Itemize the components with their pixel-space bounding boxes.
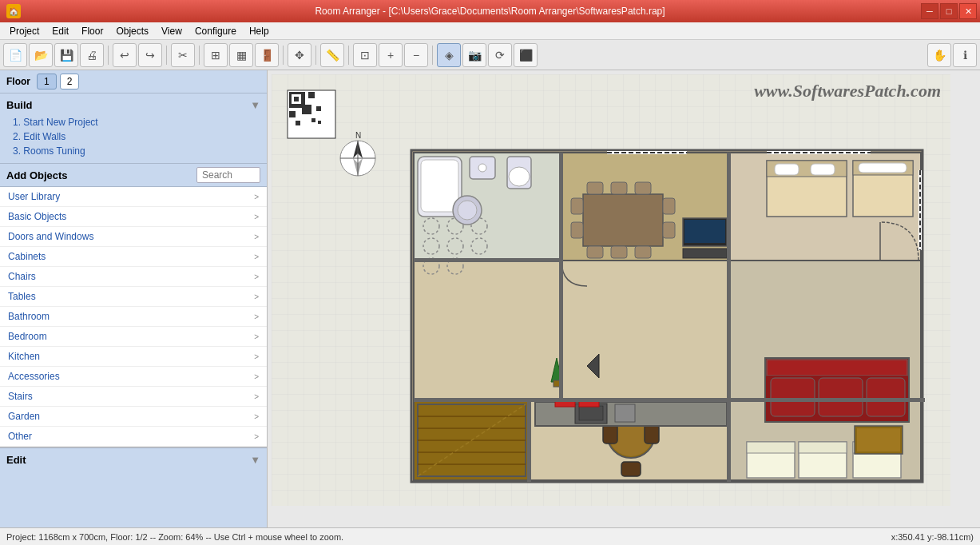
svg-rect-8 [296,121,300,125]
menu-item-help[interactable]: Help [243,24,276,38]
redo-tool-button[interactable]: ↪ [138,43,162,67]
object-list-item[interactable]: Chairs> [0,267,267,287]
svg-rect-5 [289,111,296,117]
svg-rect-69 [771,378,815,416]
object-item-arrow: > [254,392,259,401]
object-list-item[interactable]: Kitchen> [0,347,267,367]
object-item-label: Accessories [8,371,60,382]
object-list-item[interactable]: Garden> [0,407,267,427]
search-input[interactable] [196,167,260,183]
svg-rect-70 [819,378,863,416]
menu-item-objects[interactable]: Objects [109,24,155,38]
minimize-button[interactable]: ─ [921,3,938,19]
door-tool-button[interactable]: 🚪 [255,43,279,67]
title-bar: 🏠 Room Arranger - [C:\Users\Grace\Docume… [0,0,980,22]
menu-item-view[interactable]: View [155,24,188,38]
build-header: Build ▼ [6,97,260,113]
object-list-item[interactable]: Bathroom> [0,307,267,327]
object-item-arrow: > [254,272,259,281]
svg-rect-104 [414,258,561,262]
move-tool-button[interactable]: ✥ [288,43,311,67]
grid-tool-button[interactable]: ⊞ [204,43,228,67]
menu-item-edit[interactable]: Edit [46,24,75,38]
object-item-label: Basic Objects [8,211,66,222]
zoom-fit-tool-button[interactable]: ⊡ [353,43,377,67]
svg-point-33 [509,167,530,186]
restore-button[interactable]: □ [940,3,958,19]
object-item-label: Other [8,431,32,442]
object-list-item[interactable]: Tables> [0,287,267,307]
camera-tool-button[interactable]: 📷 [462,43,486,67]
object-item-arrow: > [254,233,259,241]
svg-rect-12 [294,97,299,101]
menu-item-project[interactable]: Project [3,24,46,38]
object-list-item[interactable]: User Library> [0,187,267,207]
floor-tab-2[interactable]: 2 [60,74,80,90]
menu-item-floor[interactable]: Floor [75,24,109,38]
undo-tool-button[interactable]: ↩ [113,43,137,67]
build-step-link[interactable]: 1. Start New Project [10,115,257,129]
svg-rect-75 [799,442,847,453]
build-step-link[interactable]: 2. Edit Walls [10,129,257,144]
svg-rect-67 [767,360,907,376]
3d-view-tool-button[interactable]: ◈ [437,43,461,67]
svg-rect-88 [579,406,603,420]
canvas-area[interactable]: N [268,70,980,527]
texture-tool-button[interactable]: ⬛ [514,43,538,67]
svg-rect-106 [727,153,731,265]
window-controls: ─ □ ✕ [921,3,977,19]
new-tool-button[interactable]: 📄 [3,43,27,67]
object-list-item[interactable]: Other> [0,427,267,447]
svg-rect-60 [775,164,799,175]
svg-rect-51 [571,198,583,214]
zoom-out-tool-button[interactable]: − [404,43,428,67]
object-item-arrow: > [254,332,259,341]
object-item-label: Kitchen [8,351,40,362]
floor-label: Floor [6,76,30,87]
app-icon: 🏠 [6,4,21,18]
object-list-item[interactable]: Accessories> [0,367,267,387]
rotate-tool-button[interactable]: ⟳ [488,43,512,67]
object-item-label: Garden [8,411,40,422]
toolbar-separator [348,46,349,65]
object-list-item[interactable]: Doors and Windows> [0,227,267,247]
info-tool-button[interactable]: ℹ [953,43,977,67]
svg-rect-48 [587,246,603,258]
svg-rect-54 [663,222,675,238]
object-item-label: Chairs [8,271,36,282]
toolbar-separator [108,46,109,65]
add-objects-header: Add Objects [0,164,267,187]
svg-rect-108 [414,398,925,402]
floor-tab-1[interactable]: 1 [37,74,57,90]
svg-rect-47 [635,182,651,194]
print-tool-button[interactable]: 🖨 [80,43,104,67]
edit-header: Edit ▼ [6,452,260,468]
add-objects-section: Add Objects User Library>Basic Objects>D… [0,164,267,448]
save-tool-button[interactable]: 💾 [54,43,78,67]
edit-section: Edit ▼ [0,448,267,527]
object-item-label: Stairs [8,391,33,402]
floor-plan: N [272,74,950,506]
open-tool-button[interactable]: 📂 [29,43,53,67]
canvas-scroll[interactable]: N [268,70,980,527]
object-list-item[interactable]: Additional Libraries... [0,447,267,448]
hand-tool-button[interactable]: ✋ [927,43,951,67]
object-list-item[interactable]: Bedroom> [0,327,267,347]
object-item-label: User Library [8,191,60,202]
svg-rect-85 [645,424,659,444]
object-list-item[interactable]: Stairs> [0,387,267,407]
cut-tool-button[interactable]: ✂ [171,43,195,67]
object-item-label: Cabinets [8,251,46,262]
menu-item-configure[interactable]: Configure [188,24,243,38]
wall-tool-button[interactable]: ▦ [229,43,253,67]
object-list-item[interactable]: Basic Objects> [0,207,267,227]
objects-list: User Library>Basic Objects>Doors and Win… [0,187,267,448]
zoom-in-tool-button[interactable]: + [379,43,403,67]
build-step-link[interactable]: 3. Rooms Tuning [10,144,257,158]
svg-rect-52 [571,222,583,238]
svg-rect-50 [635,246,651,258]
close-button[interactable]: ✕ [959,3,977,19]
measure-tool-button[interactable]: 📏 [320,43,344,67]
object-item-label: Doors and Windows [8,231,93,242]
object-list-item[interactable]: Cabinets> [0,247,267,267]
